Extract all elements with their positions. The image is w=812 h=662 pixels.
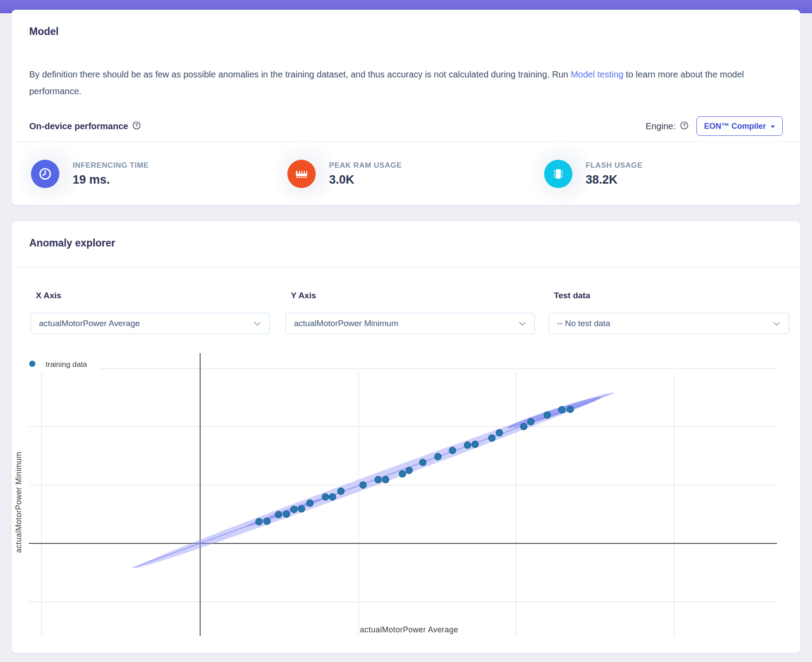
model-description-text: By definition there should be as few as … <box>29 69 571 79</box>
metric-label: INFERENCING TIME <box>73 161 149 170</box>
model-description: By definition there should be as few as … <box>29 66 773 100</box>
chevron-down-icon <box>773 321 781 326</box>
anomaly-ellipses <box>133 388 613 573</box>
data-point[interactable] <box>449 447 456 454</box>
metric-value: 19 ms. <box>73 173 149 187</box>
data-point[interactable] <box>338 488 344 495</box>
x-axis-label: X Axis <box>36 291 270 300</box>
x-axis-select[interactable]: actualMotorPower Average <box>31 313 270 334</box>
metric-value: 3.0K <box>329 173 402 187</box>
svg-text:?: ? <box>683 123 686 128</box>
data-point[interactable] <box>521 423 527 430</box>
data-point[interactable] <box>264 518 271 525</box>
metric-peak-ram-usage: PEAK RAM USAGE 3.0K <box>287 160 544 188</box>
data-point[interactable] <box>383 477 389 483</box>
data-point[interactable] <box>283 511 290 518</box>
data-point[interactable] <box>489 435 495 442</box>
test-data-select[interactable]: -- No test data <box>549 313 789 334</box>
anomaly-explorer-card: Anomaly explorer X Axis actualMotorPower… <box>12 221 800 653</box>
data-point[interactable] <box>496 430 503 436</box>
data-point[interactable] <box>399 471 406 477</box>
test-data-label: Test data <box>554 291 789 300</box>
data-point[interactable] <box>360 482 367 489</box>
engine-help-icon[interactable]: ? <box>680 121 688 132</box>
y-axis-select[interactable]: actualMotorPower Minimum <box>286 313 535 334</box>
y-axis-select-value: actualMotorPower Minimum <box>294 319 398 328</box>
data-point[interactable] <box>435 454 441 460</box>
clock-icon <box>31 160 59 188</box>
engine-selector-button[interactable]: EON™ Compiler <box>696 116 783 136</box>
chart-grid <box>29 369 777 636</box>
metric-inferencing-time: INFERENCING TIME 19 ms. <box>31 160 287 188</box>
svg-text:?: ? <box>135 123 139 128</box>
data-point[interactable] <box>298 506 305 512</box>
ram-icon <box>287 160 316 188</box>
anomaly-explorer-title: Anomaly explorer <box>12 221 800 249</box>
metric-label: PEAK RAM USAGE <box>329 161 402 170</box>
x-axis-select-value: actualMotorPower Average <box>39 319 140 328</box>
metric-flash-usage: FLASH USAGE 38.2K <box>544 160 800 188</box>
model-testing-link[interactable]: Model testing <box>571 69 623 79</box>
x-axis-control: X Axis actualMotorPower Average <box>31 291 270 334</box>
on-device-performance-title: On-device performance <box>29 121 128 131</box>
on-device-performance-row: On-device performance ? Engine: ? EON™ C… <box>29 116 783 136</box>
data-point[interactable] <box>406 467 413 474</box>
legend-dot <box>29 361 35 367</box>
model-card: Model By definition there should be as f… <box>12 10 800 205</box>
data-point[interactable] <box>307 500 313 507</box>
data-point[interactable] <box>472 441 479 448</box>
data-point[interactable] <box>464 442 471 449</box>
chart-legend[interactable]: training data <box>29 360 87 369</box>
test-data-select-value: -- No test data <box>557 319 610 328</box>
y-axis-control: Y Axis actualMotorPower Minimum <box>286 291 535 334</box>
data-point[interactable] <box>375 477 382 483</box>
anomaly-scatter-chart[interactable]: training dataactualMotorPower Averageact… <box>12 221 800 653</box>
chevron-down-icon <box>518 321 526 326</box>
legend-label: training data <box>46 360 87 369</box>
metric-value: 38.2K <box>586 173 642 187</box>
on-device-performance-metrics: INFERENCING TIME 19 ms. PEAK RAM USAGE 3… <box>12 142 800 206</box>
data-point[interactable] <box>256 519 263 525</box>
model-card-title: Model <box>12 10 800 38</box>
data-point[interactable] <box>528 419 534 425</box>
data-point[interactable] <box>329 494 336 500</box>
caret-down-icon <box>770 125 775 128</box>
data-point[interactable] <box>322 494 329 500</box>
data-point[interactable] <box>291 506 298 513</box>
test-data-control: Test data -- No test data <box>549 291 789 334</box>
chip-icon <box>544 160 572 188</box>
cluster-center-line <box>133 393 613 568</box>
divider <box>12 267 800 267</box>
data-point[interactable] <box>544 412 551 419</box>
on-device-performance-help-icon[interactable]: ? <box>132 121 141 132</box>
data-point[interactable] <box>275 512 282 518</box>
x-axis-name-label: actualMotorPower Average <box>360 625 458 634</box>
data-point[interactable] <box>567 406 574 413</box>
data-point[interactable] <box>559 407 565 413</box>
anomaly-explorer-controls: X Axis actualMotorPower Average Y Axis a… <box>12 291 800 334</box>
metric-label: FLASH USAGE <box>586 161 642 170</box>
engine-selector-value: EON™ Compiler <box>704 122 766 131</box>
chevron-down-icon <box>253 321 261 326</box>
engine-label: Engine: <box>646 121 676 131</box>
y-axis-name-label: actualMotorPower Minimum <box>14 452 23 553</box>
data-point[interactable] <box>420 459 426 466</box>
y-axis-label: Y Axis <box>291 291 535 300</box>
